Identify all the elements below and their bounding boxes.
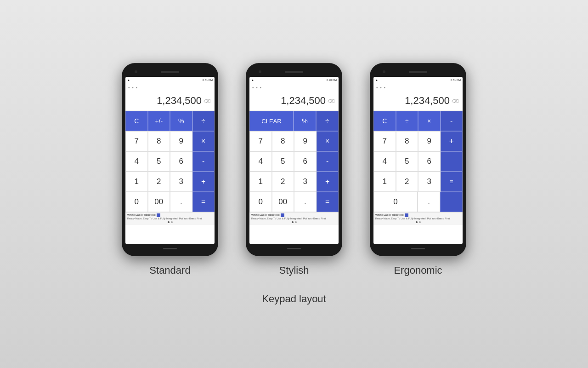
nav-dots-stylish	[251, 220, 337, 224]
key-7[interactable]: 7	[125, 131, 148, 151]
key-8s[interactable]: 8	[272, 131, 294, 151]
status-right-ergonomic: 6:51 PM	[451, 79, 461, 81]
key-00s[interactable]: 00	[272, 192, 294, 212]
key-divide-e[interactable]: ÷	[396, 111, 418, 131]
display-stylish: 1,234,500	[249, 91, 339, 111]
key-5[interactable]: 5	[148, 151, 170, 172]
key-1s[interactable]: 1	[249, 172, 272, 192]
key-9e[interactable]: 9	[418, 131, 441, 151]
key-5s[interactable]: 5	[272, 151, 294, 172]
screen-stylish: ▲ 6:30 PM • • • 1,234,500 CLEAR	[249, 77, 339, 244]
status-bar-ergonomic: ▲ 6:51 PM	[373, 77, 463, 83]
key-4e[interactable]: 4	[373, 151, 396, 172]
key-equals-s[interactable]: =	[317, 192, 339, 212]
key-1e[interactable]: 1	[373, 172, 396, 192]
key-7s[interactable]: 7	[249, 131, 272, 151]
phone-top-bar-stylish	[249, 67, 339, 77]
key-plusminus[interactable]: +/-	[148, 111, 170, 131]
camera-standard	[135, 70, 137, 73]
key-0s[interactable]: 0	[249, 192, 272, 212]
key-multiply-s[interactable]: ×	[317, 131, 339, 151]
key-percent-s[interactable]: %	[294, 111, 316, 131]
key-dot[interactable]: .	[170, 192, 192, 212]
key-6s[interactable]: 6	[294, 151, 317, 172]
key-9s[interactable]: 9	[294, 131, 317, 151]
backspace-ergonomic[interactable]	[452, 98, 459, 104]
label-standard: Standard	[149, 264, 190, 276]
key-9[interactable]: 9	[170, 131, 192, 151]
ad-subtitle-stylish: Ready Made, Easy To Use & Fully Integrat…	[251, 217, 337, 220]
app-dots-standard: • • •	[128, 85, 138, 90]
key-divide-s[interactable]: ÷	[316, 111, 339, 131]
top-row-stylish: CLEAR % ÷	[249, 111, 339, 131]
key-6[interactable]: 6	[170, 151, 192, 172]
speaker-ergonomic	[409, 71, 427, 73]
label-stylish: Stylish	[279, 264, 309, 276]
sdot2	[295, 221, 297, 223]
display-value-ergonomic: 1,234,500	[405, 95, 450, 107]
key-4[interactable]: 4	[125, 151, 148, 172]
ad-banner-ergonomic: White Label Ticketing Ready Made, Easy T…	[373, 212, 463, 225]
key-dot-s[interactable]: .	[294, 192, 317, 212]
ad-banner-stylish: White Label Ticketing Ready Made, Easy T…	[249, 212, 339, 225]
wifi-icon-standard: ▲	[127, 79, 130, 81]
key-minus-s[interactable]: -	[317, 151, 339, 172]
top-row-ergonomic: C ÷ × -	[373, 111, 463, 131]
app-dots-ergonomic: • • •	[376, 85, 386, 90]
nav-dots-standard	[127, 220, 213, 224]
key-7e[interactable]: 7	[373, 131, 396, 151]
phone-ergonomic-container: ▲ 6:51 PM • • • 1,234,500	[370, 63, 466, 276]
row-789-ergonomic: 7 8 9 +	[373, 131, 463, 151]
key-multiply-e[interactable]: ×	[418, 111, 441, 131]
key-6e[interactable]: 6	[418, 151, 441, 172]
key-4s[interactable]: 4	[249, 151, 272, 172]
key-percent[interactable]: %	[170, 111, 192, 131]
home-indicator-stylish	[287, 248, 301, 249]
bottom-bar-stylish	[249, 244, 339, 253]
key-00[interactable]: 00	[148, 192, 170, 212]
key-minus[interactable]: -	[192, 151, 215, 172]
phones-comparison: ▲ 6:51 PM • • • 1,234,500 C	[122, 63, 466, 276]
key-clear[interactable]: CLEAR	[249, 111, 294, 131]
key-1[interactable]: 1	[125, 172, 148, 192]
display-standard: 1,234,500	[125, 91, 215, 111]
status-bar-stylish: ▲ 6:30 PM	[249, 77, 339, 83]
dot2	[171, 221, 173, 223]
key-plus[interactable]: +	[192, 172, 215, 192]
key-2s[interactable]: 2	[272, 172, 294, 192]
backspace-standard[interactable]	[204, 98, 211, 104]
key-8[interactable]: 8	[148, 131, 170, 151]
ad-banner-standard: White Label Ticketing Ready Made, Easy T…	[125, 212, 215, 225]
backspace-stylish[interactable]	[328, 98, 335, 104]
key-3e[interactable]: 3	[418, 172, 441, 192]
key-dot-e[interactable]: .	[418, 192, 440, 212]
key-2[interactable]: 2	[148, 172, 170, 192]
key-multiply[interactable]: ×	[192, 131, 215, 151]
phone-standard: ▲ 6:51 PM • • • 1,234,500 C	[122, 63, 218, 256]
key-0e[interactable]: 0	[373, 192, 418, 212]
key-3[interactable]: 3	[170, 172, 192, 192]
bottom-bar-ergonomic	[373, 244, 463, 253]
phone-top-bar-standard	[125, 67, 215, 77]
camera-stylish	[259, 70, 261, 73]
key-empty-e	[440, 192, 463, 212]
keypad-stylish: CLEAR % ÷ 7 8 9 × 4 5 6 -	[249, 111, 339, 212]
key-equals[interactable]: =	[192, 192, 215, 212]
key-3s[interactable]: 3	[294, 172, 317, 192]
key-c-e[interactable]: C	[373, 111, 396, 131]
key-plus-e[interactable]: +	[441, 131, 463, 151]
key-5e[interactable]: 5	[396, 151, 418, 172]
phone-top-bar-ergonomic	[373, 67, 463, 77]
key-minus-e[interactable]: -	[441, 111, 463, 131]
key-plus-s[interactable]: +	[317, 172, 339, 192]
status-left-standard: ▲	[127, 79, 203, 81]
key-c[interactable]: C	[125, 111, 148, 131]
ad-subtitle-standard: Ready Made, Easy To Use & Fully Integrat…	[127, 217, 213, 220]
key-2e[interactable]: 2	[396, 172, 418, 192]
row-456-standard: 4 5 6 -	[125, 151, 215, 172]
key-8e[interactable]: 8	[396, 131, 418, 151]
key-0[interactable]: 0	[125, 192, 148, 212]
key-divide[interactable]: ÷	[192, 111, 215, 131]
status-right-standard: 6:51 PM	[203, 79, 213, 81]
key-equals-e[interactable]: ≡	[441, 172, 463, 192]
